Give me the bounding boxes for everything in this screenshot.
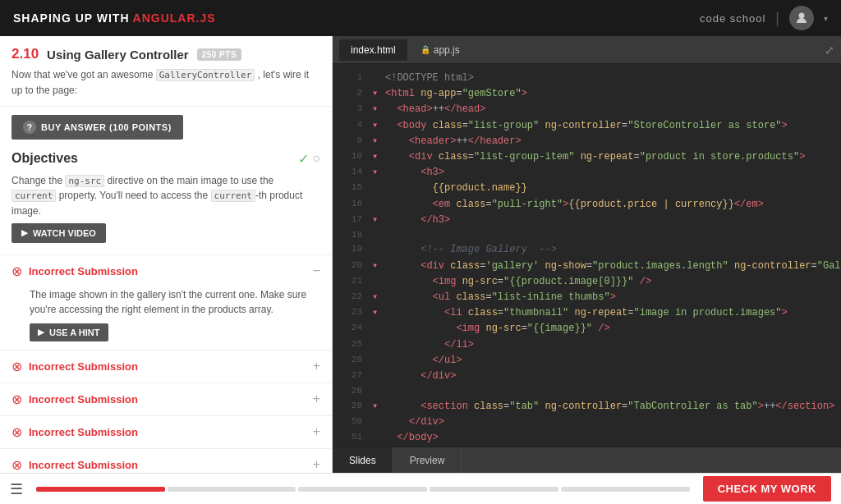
lesson-pts: 250 PTS: [197, 48, 241, 61]
check-circle-icon: ✓: [298, 151, 309, 167]
submission-item-1: ⊗ Incorrect Submission − The image shown…: [0, 255, 332, 351]
code-line-18: 18: [333, 228, 841, 243]
objectives-header: Objectives ✓ ○: [11, 151, 320, 167]
code-line-21: 21 <img ng-src="{{product.image[0]}}" />: [333, 274, 841, 290]
submission-item-4: ⊗ Incorrect Submission +: [0, 416, 332, 449]
error-icon-2: ⊗: [11, 359, 22, 374]
code-line-1: 1 <!DOCTYPE html>: [333, 71, 841, 86]
logo-angular: ANGULAR.JS: [133, 11, 216, 25]
submission-header-2[interactable]: ⊗ Incorrect Submission +: [0, 351, 332, 383]
submission-label-4: Incorrect Submission: [29, 426, 138, 438]
code-line-23: 23 ▾ <li class="thumbnail" ng-repeat="im…: [333, 305, 841, 321]
tab-slides[interactable]: Slides: [333, 447, 393, 473]
question-icon: ?: [23, 121, 36, 134]
tab-index-html[interactable]: index.html: [339, 39, 407, 61]
expand-icon-4[interactable]: +: [313, 424, 320, 439]
buy-answer-button[interactable]: ? BUY ANSWER (100 POINTS): [11, 115, 183, 140]
code-line-29: 29 ▾ <section class="tab" ng-controller=…: [333, 399, 841, 415]
code-line-51: 51 </body>: [333, 430, 841, 446]
code-line-27: 27 </div>: [333, 369, 841, 384]
logo: SHAPING UP WITH ANGULAR.JS: [13, 11, 216, 25]
main-content: 2.10 Using Gallery Controller 250 PTS No…: [0, 36, 841, 473]
progress-bars: [36, 487, 690, 492]
right-panel: index.html 🔒 app.js ⤢ 1 <!DOCTYPE html> …: [333, 36, 841, 473]
header-right: code school | ▾: [700, 6, 828, 30]
code-line-26: 26 </ul>: [333, 353, 841, 369]
submission-label-5: Incorrect Submission: [29, 459, 138, 471]
objectives-title: Objectives: [11, 151, 78, 166]
error-icon-1: ⊗: [11, 263, 22, 279]
tab-app-js[interactable]: 🔒 app.js: [409, 39, 471, 61]
lesson-number-row: 2.10 Using Gallery Controller 250 PTS: [11, 46, 320, 62]
buy-answer-label: BUY ANSWER (100 POINTS): [41, 122, 172, 132]
expand-editor-icon[interactable]: ⤢: [825, 44, 834, 57]
chevron-down-icon[interactable]: ▾: [824, 14, 828, 23]
hint-icon: ▶: [38, 328, 44, 337]
avatar[interactable]: [789, 6, 814, 30]
current-code2: current: [211, 190, 255, 202]
submission-header-5[interactable]: ⊗ Incorrect Submission +: [0, 449, 332, 474]
submission-header-1[interactable]: ⊗ Incorrect Submission −: [0, 255, 332, 287]
lesson-header: 2.10 Using Gallery Controller 250 PTS No…: [0, 36, 332, 107]
submission-label-3: Incorrect Submission: [29, 393, 138, 405]
lock-icon: 🔒: [420, 45, 430, 54]
submission-detail-text: The image shown in the gallery isn't the…: [30, 287, 320, 317]
submission-item-2: ⊗ Incorrect Submission +: [0, 351, 332, 383]
lesson-number: 2.10: [11, 46, 39, 62]
submissions-list: ⊗ Incorrect Submission − The image shown…: [0, 255, 332, 474]
code-line-28: 28: [333, 384, 841, 399]
submission-left-2: ⊗ Incorrect Submission: [11, 359, 138, 374]
expand-icon-3[interactable]: +: [313, 392, 320, 406]
progress-bar-2: [168, 487, 296, 492]
lesson-description: Now that we've got an awesome GalleryCon…: [11, 67, 320, 98]
svg-point-0: [799, 13, 805, 19]
objectives-icons: ✓ ○: [298, 151, 320, 167]
submission-expanded-1: The image shown in the gallery isn't the…: [0, 287, 332, 350]
watch-video-button[interactable]: ▶ WATCH VIDEO: [11, 223, 106, 243]
code-line-4: 4 ▾ <body class="list-group" ng-controll…: [333, 118, 841, 134]
progress-bar-1: [36, 487, 165, 492]
submission-item-5: ⊗ Incorrect Submission +: [0, 449, 332, 474]
use-hint-button[interactable]: ▶ USE A HINT: [30, 323, 108, 341]
progress-bar-4: [430, 487, 558, 492]
header-divider: |: [775, 10, 779, 27]
codeschool-label: code school: [700, 12, 765, 25]
hamburger-icon[interactable]: ☰: [10, 480, 23, 498]
submission-left-1: ⊗ Incorrect Submission: [11, 263, 138, 279]
expand-icon-2[interactable]: +: [313, 359, 320, 373]
tabs-left: index.html 🔒 app.js: [339, 39, 471, 61]
error-icon-5: ⊗: [11, 457, 22, 473]
current-code: current: [11, 190, 56, 202]
code-area[interactable]: 1 <!DOCTYPE html> 2 ▾ <html ng-app="gemS…: [333, 64, 841, 447]
submission-left-5: ⊗ Incorrect Submission: [11, 457, 138, 473]
code-line-9: 9 ▾ <header>++</header>: [333, 134, 841, 149]
code-line-19: 19 <!-- Image Gallery -->: [333, 242, 841, 258]
submission-left-3: ⊗ Incorrect Submission: [11, 392, 138, 407]
left-panel: 2.10 Using Gallery Controller 250 PTS No…: [0, 36, 333, 473]
ng-src-code: ng-src: [65, 175, 104, 187]
footer: ☰ CHECK MY WORK: [0, 473, 841, 504]
code-line-3: 3 ▾ <head>++</head>: [333, 102, 841, 117]
submission-header-4[interactable]: ⊗ Incorrect Submission +: [0, 416, 332, 448]
logo-shaping: SHAPING UP WITH: [13, 11, 130, 25]
check-my-work-button[interactable]: CHECK MY WORK: [703, 476, 831, 502]
expand-icon-5[interactable]: +: [313, 457, 320, 472]
code-line-24: 24 <img ng-src="{{image}}" />: [333, 321, 841, 337]
code-line-15: 15 {{product.name}}: [333, 181, 841, 196]
code-line-50: 50 </div>: [333, 415, 841, 430]
play-icon: ▶: [21, 228, 28, 237]
circle-outline-icon: ○: [312, 151, 320, 166]
objectives-section: Objectives ✓ ○ Change the ng-src directi…: [0, 143, 332, 255]
lesson-desc-code: GalleryController: [156, 69, 255, 81]
collapse-icon-1[interactable]: −: [313, 263, 320, 278]
tab-preview[interactable]: Preview: [393, 447, 462, 473]
code-line-10: 10 ▾ <div class="list-group-item" ng-rep…: [333, 149, 841, 165]
submission-label-2: Incorrect Submission: [29, 360, 138, 373]
submission-header-3[interactable]: ⊗ Incorrect Submission +: [0, 383, 332, 415]
code-line-17: 17 ▾ </h3>: [333, 213, 841, 228]
progress-bar-3: [298, 487, 427, 492]
objective-text: Change the ng-src directive on the main …: [11, 173, 320, 218]
code-line-2: 2 ▾ <html ng-app="gemStore">: [333, 86, 841, 102]
app-header: SHAPING UP WITH ANGULAR.JS code school |…: [0, 0, 841, 36]
progress-bar-5: [561, 487, 690, 492]
